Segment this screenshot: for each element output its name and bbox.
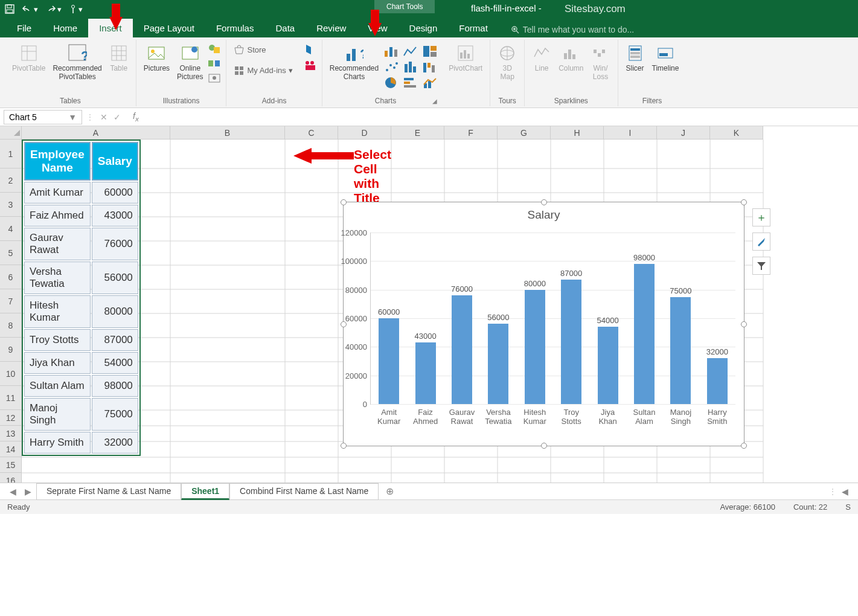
smartart-icon[interactable] xyxy=(208,58,221,69)
pictures-button[interactable]: Pictures xyxy=(141,42,172,74)
screenshot-icon[interactable] xyxy=(208,72,221,83)
table-cell[interactable]: Versha Tewatia xyxy=(24,261,91,294)
table-cell[interactable]: 87000 xyxy=(92,329,138,351)
sheet-nav-prev[interactable]: ◀ xyxy=(6,487,20,496)
table-header[interactable]: Salary xyxy=(92,142,138,181)
resize-handle[interactable] xyxy=(741,199,747,205)
name-box[interactable]: Chart 5▼ xyxy=(4,110,82,124)
column-header[interactable]: K xyxy=(710,126,763,140)
embedded-chart[interactable]: Salary 020000400006000080000100000120000… xyxy=(343,202,744,446)
table-cell[interactable]: 60000 xyxy=(92,182,138,204)
chart-bar[interactable] xyxy=(488,324,508,404)
row-header[interactable]: 4 xyxy=(0,217,22,241)
table-cell[interactable]: 56000 xyxy=(92,261,138,294)
column-chart-icon[interactable] xyxy=(383,45,400,58)
line-chart-icon[interactable] xyxy=(403,45,420,58)
tab-page-layout[interactable]: Page Layout xyxy=(133,19,205,37)
chart-bar[interactable] xyxy=(670,297,691,405)
recommended-pivottables-button[interactable]: ? Recommended PivotTables xyxy=(50,42,104,82)
chart-bar[interactable] xyxy=(707,358,728,404)
row-header[interactable]: 13 xyxy=(0,426,22,441)
slicer-button[interactable]: Slicer xyxy=(623,42,647,74)
my-addins-button[interactable]: My Add-ins ▾ xyxy=(231,63,295,77)
chart-bar[interactable] xyxy=(598,327,618,404)
column-header[interactable]: C xyxy=(285,126,338,140)
undo-icon[interactable]: ▾ xyxy=(22,5,38,14)
online-pictures-button[interactable]: Online Pictures xyxy=(174,42,205,82)
column-header[interactable]: H xyxy=(551,126,604,140)
row-header[interactable]: 5 xyxy=(0,241,22,265)
resize-handle[interactable] xyxy=(741,443,747,449)
column-header[interactable]: E xyxy=(391,126,444,140)
chart-title[interactable]: Salary xyxy=(344,202,744,225)
column-header[interactable]: G xyxy=(498,126,551,140)
sparkline-column-button[interactable]: Column xyxy=(556,42,586,74)
table-cell[interactable]: 80000 xyxy=(92,295,138,328)
table-cell[interactable]: 98000 xyxy=(92,375,138,397)
column-header[interactable]: A xyxy=(22,126,170,140)
resize-handle[interactable] xyxy=(341,321,347,327)
chart-filters-button[interactable] xyxy=(752,257,770,275)
column-header[interactable]: I xyxy=(604,126,657,140)
column-header[interactable]: B xyxy=(170,126,285,140)
pivotchart-button[interactable]: PivotChart xyxy=(446,42,485,74)
table-button[interactable]: Table xyxy=(107,42,131,74)
chart-bar[interactable] xyxy=(561,280,581,404)
people-graph-icon[interactable] xyxy=(304,59,317,71)
resize-handle[interactable] xyxy=(541,443,547,449)
sheet-tab[interactable]: Combind First Name & Last Name xyxy=(229,483,379,500)
fx-icon[interactable]: fx xyxy=(127,111,145,123)
timeline-button[interactable]: Timeline xyxy=(650,42,682,74)
select-all-corner[interactable] xyxy=(0,126,22,140)
column-header[interactable]: J xyxy=(657,126,710,140)
3d-map-button[interactable]: 3D Map xyxy=(495,42,519,82)
sparkline-winloss-button[interactable]: Win/ Loss xyxy=(589,42,613,82)
statistic-chart-icon[interactable] xyxy=(403,60,420,74)
column-header[interactable]: F xyxy=(444,126,498,140)
row-header[interactable]: 6 xyxy=(0,265,22,289)
scatter-chart-icon[interactable] xyxy=(383,60,400,74)
row-header[interactable]: 11 xyxy=(0,386,22,410)
table-cell[interactable]: 75000 xyxy=(92,398,138,431)
tab-format[interactable]: Format xyxy=(448,19,499,37)
bing-maps-icon[interactable] xyxy=(304,43,317,56)
table-cell[interactable]: Harry Smith xyxy=(24,432,91,454)
tell-me-search[interactable]: Tell me what you want to do... xyxy=(511,25,634,37)
row-header[interactable]: 8 xyxy=(0,313,22,338)
redo-icon[interactable]: ▾ xyxy=(45,5,62,14)
tab-home[interactable]: Home xyxy=(42,19,88,37)
recommended-charts-button[interactable]: ? Recommended Charts xyxy=(327,42,381,82)
row-header[interactable]: 1 xyxy=(0,140,22,168)
chart-bar[interactable] xyxy=(525,290,545,404)
row-header[interactable]: 14 xyxy=(0,441,22,457)
table-cell[interactable]: 43000 xyxy=(92,205,138,226)
formula-input[interactable] xyxy=(145,112,858,122)
table-cell[interactable]: Troy Stotts xyxy=(24,329,91,351)
sheet-nav-next[interactable]: ▶ xyxy=(21,487,35,496)
store-button[interactable]: Store xyxy=(231,42,295,57)
table-cell[interactable]: 54000 xyxy=(92,352,138,374)
combo-chart-icon[interactable] xyxy=(422,76,439,89)
tab-data[interactable]: Data xyxy=(264,19,306,37)
cancel-formula-icon[interactable]: ✕ xyxy=(100,112,107,122)
tab-review[interactable]: Review xyxy=(306,19,357,37)
table-cell[interactable]: Sultan Alam xyxy=(24,375,91,397)
chart-bar[interactable] xyxy=(452,295,472,404)
save-icon[interactable] xyxy=(5,4,14,14)
table-header[interactable]: Employee Name xyxy=(24,142,91,181)
row-header[interactable]: 10 xyxy=(0,362,22,386)
table-cell[interactable]: Jiya Khan xyxy=(24,352,91,374)
chart-elements-button[interactable]: ＋ xyxy=(752,208,770,226)
table-cell[interactable]: Hitesh Kumar xyxy=(24,295,91,328)
row-header[interactable]: 12 xyxy=(0,410,22,426)
table-cell[interactable]: Faiz Ahmed xyxy=(24,205,91,226)
shapes-icon[interactable] xyxy=(208,43,221,54)
table-cell[interactable]: Gaurav Rawat xyxy=(24,228,91,260)
sheet-tab[interactable]: Seprate First Name & Last Name xyxy=(36,483,181,500)
tab-formulas[interactable]: Formulas xyxy=(205,19,265,37)
table-cell[interactable]: Manoj Singh xyxy=(24,398,91,431)
chart-bar[interactable] xyxy=(415,342,436,404)
pie-chart-icon[interactable] xyxy=(383,76,400,89)
bar-chart-icon[interactable] xyxy=(403,76,420,89)
hierarchy-chart-icon[interactable] xyxy=(422,45,439,58)
